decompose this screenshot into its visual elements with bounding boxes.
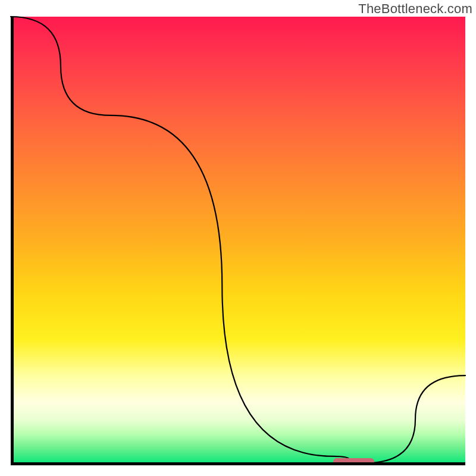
bottleneck-chart: TheBottleneck.com	[0, 0, 476, 476]
attribution-label: TheBottleneck.com	[358, 1, 472, 17]
y-axis	[11, 17, 14, 465]
curve-overlay	[11, 17, 465, 465]
plot-area	[11, 17, 465, 465]
x-axis	[11, 462, 465, 465]
bottleneck-curve	[11, 17, 465, 463]
